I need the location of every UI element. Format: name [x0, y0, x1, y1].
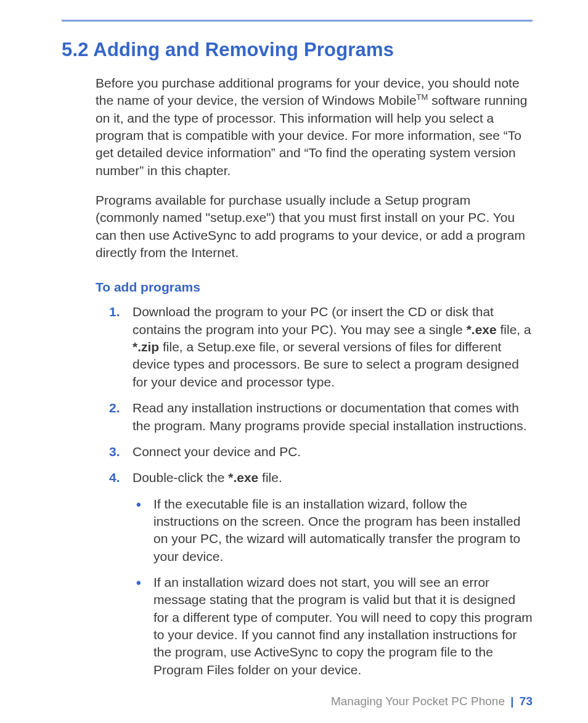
trademark-symbol: TM	[417, 92, 428, 102]
ordered-steps: 1. Download the program to your PC (or i…	[96, 303, 533, 679]
footer-divider: |	[510, 695, 513, 708]
step-2: 2. Read any installation instructions or…	[96, 399, 533, 435]
step-1-bold-zip: *.zip	[133, 340, 159, 354]
footer-page-number: 73	[520, 695, 533, 708]
step-4: 4. Double-click the *.exe file. If the e…	[96, 469, 533, 679]
step-number: 4.	[109, 469, 120, 486]
step-number: 2.	[109, 399, 120, 417]
step-1-text-c: file, a Setup.exe file, or several versi…	[133, 340, 519, 389]
step-number: 3.	[109, 443, 120, 460]
step-1-text-b: file, a	[497, 322, 531, 337]
step-1-text-a: Download the program to your PC (or inse…	[133, 304, 494, 336]
step-3-text: Connect your device and PC.	[133, 444, 301, 459]
step-4-bold-exe: *.exe	[228, 470, 258, 484]
footer-chapter-title: Managing Your Pocket PC Phone	[331, 695, 505, 708]
substep-2: If an installation wizard does not start…	[133, 574, 533, 679]
intro-paragraph-1: Before you purchase additional programs …	[96, 75, 533, 179]
step-3: 3. Connect your device and PC.	[96, 443, 533, 460]
section-heading: 5.2 Adding and Removing Programs	[62, 39, 533, 61]
step-4-text-b: file.	[258, 470, 282, 484]
step-1-bold-exe: *.exe	[467, 322, 497, 337]
subheading-add-programs: To add programs	[96, 280, 533, 295]
intro-paragraph-2: Programs available for purchase usually …	[96, 192, 533, 261]
substep-1: If the executable file is an installatio…	[133, 496, 533, 565]
page-footer: Managing Your Pocket PC Phone | 73	[331, 695, 533, 708]
step-4-text-a: Double-click the	[133, 470, 228, 484]
step-number: 1.	[109, 303, 120, 321]
top-rule	[62, 20, 533, 22]
substeps: If the executable file is an installatio…	[133, 496, 533, 679]
step-2-text: Read any installation instructions or do…	[133, 401, 527, 432]
step-1: 1. Download the program to your PC (or i…	[96, 303, 533, 391]
page-content: 5.2 Adding and Removing Programs Before …	[0, 0, 588, 679]
